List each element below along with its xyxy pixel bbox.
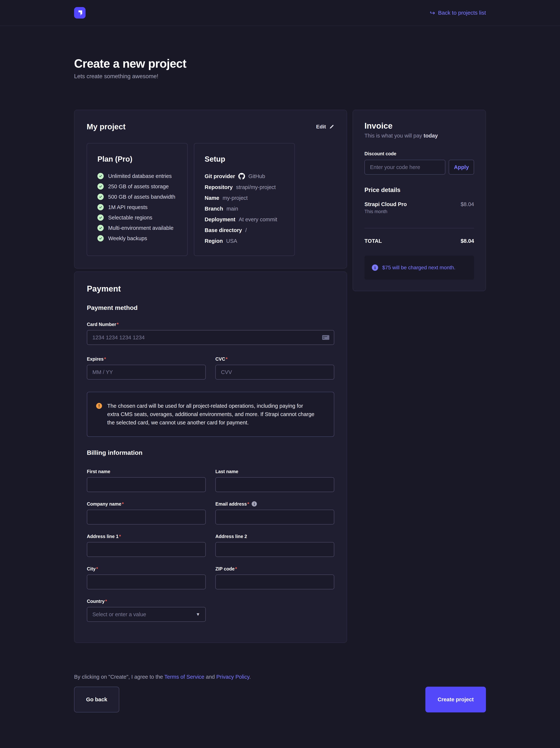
github-icon bbox=[238, 173, 245, 180]
setup-title: Setup bbox=[204, 155, 284, 163]
address-line-1-input[interactable] bbox=[87, 542, 206, 557]
strapi-logo-glyph bbox=[77, 9, 83, 16]
plan-feature: Selectable regions bbox=[97, 214, 177, 221]
setup-row-branch: Branch main bbox=[204, 206, 284, 212]
expires-input[interactable] bbox=[87, 365, 206, 379]
card-disclaimer-box: ! The chosen card will be used for all p… bbox=[87, 392, 334, 437]
first-name-label: First name bbox=[87, 469, 206, 474]
check-icon bbox=[97, 183, 104, 190]
billing-information-title: Billing information bbox=[87, 449, 334, 456]
email-address-input[interactable] bbox=[215, 510, 334, 524]
check-icon bbox=[97, 204, 104, 210]
plan-feature: 250 GB of assets storage bbox=[97, 183, 177, 190]
plan-feature: 500 GB of assets bandwidth bbox=[97, 194, 177, 200]
discount-code-input[interactable] bbox=[364, 160, 445, 174]
payment-title: Payment bbox=[87, 284, 334, 294]
setup-rows: Git provider GitHub Repository strapi/my… bbox=[204, 173, 284, 244]
company-name-input[interactable] bbox=[87, 510, 206, 524]
top-header: ↪ Back to projects list bbox=[0, 0, 560, 26]
discount-code-label: Discount code bbox=[364, 151, 474, 157]
required-marker: * bbox=[105, 599, 107, 604]
next-month-notice: i $75 will be charged next month. bbox=[364, 256, 474, 280]
required-marker: * bbox=[122, 501, 124, 507]
address-line-1-field: Address line 1* bbox=[87, 534, 206, 557]
terms-of-service-link[interactable]: Terms of Service bbox=[165, 674, 204, 680]
city-field: City* bbox=[87, 566, 206, 589]
country-label: Country* bbox=[87, 599, 206, 604]
address-line-2-label: Address line 2 bbox=[215, 534, 334, 539]
info-icon[interactable]: i bbox=[252, 501, 257, 507]
credit-card-icon bbox=[322, 335, 330, 340]
setup-row-repository: Repository strapi/my-project bbox=[204, 184, 284, 190]
privacy-policy-link[interactable]: Privacy Policy bbox=[216, 674, 249, 680]
required-marker: * bbox=[117, 322, 119, 327]
setup-row-base-directory: Base directory / bbox=[204, 227, 284, 233]
required-marker: * bbox=[226, 356, 227, 362]
check-icon bbox=[97, 214, 104, 221]
payment-card: Payment Payment method Card Number* bbox=[74, 272, 347, 643]
chevron-down-icon: ▼ bbox=[196, 612, 200, 617]
invoice-subtitle: This is what you will pay today bbox=[364, 133, 474, 139]
required-marker: * bbox=[119, 534, 121, 539]
strapi-logo[interactable] bbox=[74, 7, 86, 19]
required-marker: * bbox=[104, 356, 106, 362]
edit-button[interactable]: Edit bbox=[316, 124, 335, 130]
city-input[interactable] bbox=[87, 575, 206, 589]
page-title: Create a new project bbox=[74, 57, 486, 70]
first-name-input[interactable] bbox=[87, 477, 206, 492]
last-name-field: Last name bbox=[215, 469, 334, 492]
zip-code-field: ZIP code* bbox=[215, 566, 334, 589]
card-number-input[interactable] bbox=[87, 330, 334, 345]
main-content: Create a new project Lets create somethi… bbox=[74, 57, 486, 712]
check-icon bbox=[97, 173, 104, 179]
total-row: TOTAL $8.04 bbox=[364, 238, 474, 244]
terms-agreement-text: By clicking on "Create", I agree to the … bbox=[74, 674, 486, 680]
setup-row-name: Name my-project bbox=[204, 195, 284, 201]
plan-feature: Weekly backups bbox=[97, 235, 177, 241]
address-line-1-label: Address line 1* bbox=[87, 534, 206, 539]
setup-row-git-provider: Git provider GitHub bbox=[204, 173, 284, 180]
invoice-card: Invoice This is what you will pay today … bbox=[352, 110, 486, 291]
expires-label: Expires* bbox=[87, 356, 206, 362]
price-line-period: This month bbox=[364, 209, 474, 214]
country-field: Country* Select or enter a value ▼ bbox=[87, 599, 206, 622]
create-project-button[interactable]: Create project bbox=[425, 687, 486, 712]
zip-code-label: ZIP code* bbox=[215, 566, 334, 571]
address-line-2-input[interactable] bbox=[215, 542, 334, 557]
warning-icon: ! bbox=[96, 403, 102, 409]
edit-button-label: Edit bbox=[316, 124, 326, 130]
back-link-label: Back to projects list bbox=[438, 9, 486, 16]
back-to-projects-link[interactable]: ↪ Back to projects list bbox=[430, 9, 486, 16]
check-icon bbox=[97, 235, 104, 241]
required-marker: * bbox=[235, 566, 237, 571]
page-subtitle: Lets create something awesome! bbox=[74, 73, 486, 80]
first-name-field: First name bbox=[87, 469, 206, 492]
setup-row-deployment: Deployment At every commit bbox=[204, 216, 284, 223]
plan-feature: Multi-environment available bbox=[97, 225, 177, 231]
apply-button[interactable]: Apply bbox=[449, 160, 474, 174]
country-select[interactable]: Select or enter a value ▼ bbox=[87, 607, 206, 622]
invoice-title: Invoice bbox=[364, 121, 474, 131]
setup-box: Setup Git provider GitHub bbox=[194, 143, 295, 256]
company-name-label: Company name* bbox=[87, 501, 206, 507]
required-marker: * bbox=[247, 501, 249, 507]
my-project-title: My project bbox=[87, 122, 126, 131]
next-month-notice-text: $75 will be charged next month. bbox=[382, 265, 455, 271]
cvc-label: CVC* bbox=[215, 356, 334, 362]
last-name-input[interactable] bbox=[215, 477, 334, 492]
info-icon: i bbox=[372, 264, 378, 271]
plan-feature: Unlimited database entries bbox=[97, 173, 177, 179]
cvc-input[interactable] bbox=[215, 365, 334, 379]
plan-title: Plan (Pro) bbox=[97, 155, 177, 163]
check-icon bbox=[97, 194, 104, 200]
address-line-2-field: Address line 2 bbox=[215, 534, 334, 557]
city-label: City* bbox=[87, 566, 206, 571]
price-line-item: Strapi Cloud Pro $8.04 bbox=[364, 201, 474, 207]
plan-box: Plan (Pro) Unlimited database entries 25… bbox=[87, 143, 188, 256]
go-back-button[interactable]: Go back bbox=[74, 687, 119, 712]
expires-field: Expires* bbox=[87, 356, 206, 379]
zip-code-input[interactable] bbox=[215, 575, 334, 589]
setup-row-region: Region USA bbox=[204, 238, 284, 244]
plan-feature-list: Unlimited database entries 250 GB of ass… bbox=[97, 173, 177, 241]
email-address-field: Email address* i bbox=[215, 501, 334, 524]
